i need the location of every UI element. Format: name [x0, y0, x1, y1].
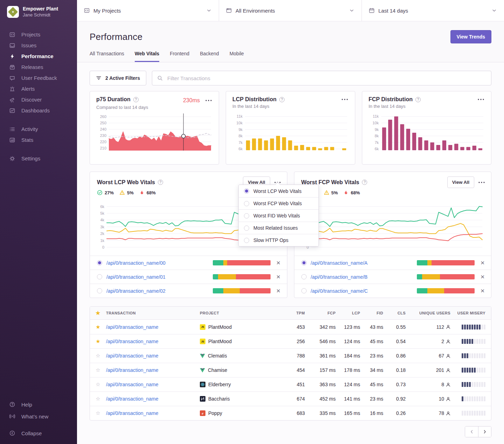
radio-button[interactable] [301, 274, 307, 279]
column-header-transaction[interactable]: TRANSACTION [106, 311, 200, 315]
help-question-icon[interactable]: ? [279, 97, 285, 102]
column-header-fid[interactable]: FID [360, 311, 383, 315]
selector-my-projects[interactable]: My Projects [77, 0, 219, 21]
sidebar-item-performance[interactable]: Performance [0, 51, 77, 62]
view-trends-button[interactable]: View Trends [450, 30, 491, 43]
star-toggle[interactable]: ☆ [90, 410, 106, 416]
column-header-unique-users[interactable]: UNIQUE USERS [406, 311, 450, 315]
radio-button[interactable] [97, 260, 102, 265]
tab-all-transactions[interactable]: All Transactions [90, 51, 124, 62]
view-all-button[interactable]: View All [447, 176, 474, 188]
close-icon[interactable]: ✕ [480, 274, 485, 279]
column-header-project[interactable]: PROJECT [200, 311, 283, 315]
transaction-link[interactable]: /api/0/transaction_name [106, 339, 158, 344]
sidebar-item-user-feedback[interactable]: User Feedback [0, 72, 77, 83]
tab-frontend[interactable]: Frontend [170, 51, 189, 62]
card-menu-button[interactable] [478, 180, 485, 185]
close-icon[interactable]: ✕ [480, 288, 485, 293]
transaction-link[interactable]: /api/0/transaction_name [106, 324, 158, 330]
transaction-link[interactable]: /api/0/transaction_name [106, 410, 158, 416]
dropdown-option-worst-fid-web-vitals[interactable]: Worst FID Web Vitals [239, 209, 318, 222]
sidebar-item-help[interactable]: Help [0, 398, 77, 410]
transaction-link[interactable]: /api/0/transaction_name [106, 353, 158, 359]
radio-button[interactable] [301, 260, 307, 265]
sidebar-item-discover[interactable]: Discover [0, 94, 77, 105]
selector-last-days[interactable]: Last 14 days [362, 0, 504, 21]
transaction-link[interactable]: /api/0/transaction_name [106, 382, 158, 387]
tab-mobile[interactable]: Mobile [230, 51, 244, 62]
org-switcher[interactable]: ✦ Empower Plant Jane Schmidt [0, 0, 77, 23]
radio-button[interactable] [244, 188, 249, 194]
radio-button[interactable] [244, 201, 249, 206]
sidebar-item-settings[interactable]: Settings [0, 153, 77, 164]
star-toggle[interactable]: ☆ [90, 353, 106, 359]
star-toggle[interactable]: ☆ [90, 381, 106, 388]
previous-page-button[interactable] [465, 426, 478, 437]
transaction-link[interactable]: /api/0/transaction_name/C [311, 288, 368, 294]
sidebar-item-activity[interactable]: Activity [0, 124, 77, 134]
pagination [90, 426, 491, 444]
star-toggle[interactable]: ★ [90, 324, 106, 330]
close-icon[interactable]: ✕ [276, 288, 281, 293]
transaction-link[interactable]: /api/0/transaction_name [106, 367, 158, 373]
selector-all-environments[interactable]: All Environments [219, 0, 362, 21]
sidebar-item-what-s-new[interactable]: What’s new [0, 410, 77, 422]
worst-fcp-vitals-card: Worst FCP Web Vitals ? View All 27% 5% 6… [294, 172, 492, 298]
tab-web-vitals[interactable]: Web Vitals [135, 51, 159, 62]
radio-button[interactable] [97, 288, 102, 293]
active-filters-button[interactable]: 2 Active Filters [90, 71, 146, 85]
star-toggle[interactable]: ☆ [90, 396, 106, 402]
fid-value: 34 ms [360, 367, 383, 373]
help-question-icon[interactable]: ? [415, 97, 421, 102]
calendar-icon [369, 8, 374, 13]
radio-button[interactable] [244, 213, 249, 218]
transaction-link[interactable]: /api/0/transaction_name [106, 396, 158, 402]
dropdown-option-slow-http-ops[interactable]: Slow HTTP Ops [239, 234, 318, 246]
sidebar-item-issues[interactable]: Issues [0, 40, 77, 51]
close-icon[interactable]: ✕ [276, 260, 281, 265]
transaction-link[interactable]: /api/0/transaction_name/00 [106, 260, 166, 266]
transaction-cell: /api/0/transaction_name [106, 382, 200, 387]
user-misery-bar [450, 382, 491, 387]
transaction-link[interactable]: /api/0/transaction_name/01 [106, 274, 166, 280]
card-menu-button[interactable] [477, 97, 485, 102]
card-menu-button[interactable] [341, 97, 349, 102]
p75-value: 230ms [183, 97, 200, 104]
tab-backend[interactable]: Backend [200, 51, 219, 62]
dropdown-option-most-related-issues[interactable]: Most Related Issues [239, 222, 318, 234]
close-icon[interactable]: ✕ [480, 260, 485, 265]
sidebar-item-collapse[interactable]: Collapse [0, 427, 77, 439]
help-question-icon[interactable]: ? [158, 180, 163, 185]
svg-text:3k: 3k [100, 225, 104, 229]
column-header-tpm[interactable]: TPM [283, 311, 305, 315]
sidebar-item-alerts[interactable]: Alerts [0, 83, 77, 94]
transaction-link[interactable]: /api/0/transaction_name/02 [106, 288, 166, 294]
radio-button[interactable] [244, 226, 249, 231]
transaction-link[interactable]: /api/0/transaction_name/B [311, 274, 368, 280]
star-toggle[interactable]: ★ [90, 338, 106, 345]
table-header-row: ★TRANSACTIONPROJECTTPMFCPLCPFIDCLSUNIQUE… [90, 307, 491, 320]
card-menu-button[interactable] [205, 98, 212, 103]
sidebar-item-projects[interactable]: Projects [0, 29, 77, 40]
transaction-link[interactable]: /api/0/transaction_name/A [311, 260, 368, 266]
dropdown-option-worst-lcp-web-vitals[interactable]: Worst LCP Web Vitals [239, 185, 318, 197]
star-toggle[interactable]: ☆ [90, 367, 106, 373]
close-icon[interactable]: ✕ [276, 274, 281, 279]
column-header-lcp[interactable]: LCP [336, 311, 360, 315]
column-header-user-misery[interactable]: USER MISERY [450, 311, 491, 315]
radio-button[interactable] [97, 274, 102, 279]
column-header-star[interactable]: ★ [90, 310, 106, 316]
sidebar-item-stats[interactable]: Stats [0, 134, 77, 145]
column-header-fcp[interactable]: FCP [305, 311, 336, 315]
dropdown-option-worst-fcp-web-vitals[interactable]: Worst FCP Web Vitals [239, 197, 318, 209]
radio-button[interactable] [244, 238, 249, 243]
help-question-icon[interactable]: ? [133, 97, 139, 102]
sidebar-item-releases[interactable]: Releases [0, 62, 77, 72]
radio-button[interactable] [301, 288, 307, 293]
column-header-cls[interactable]: CLS [383, 311, 406, 315]
search-input[interactable] [167, 75, 486, 82]
sidebar-item-dashboards[interactable]: Dashboards [0, 105, 77, 116]
javascript-platform-icon: JS [200, 324, 205, 330]
next-page-button[interactable] [478, 426, 491, 437]
help-question-icon[interactable]: ? [362, 180, 367, 185]
